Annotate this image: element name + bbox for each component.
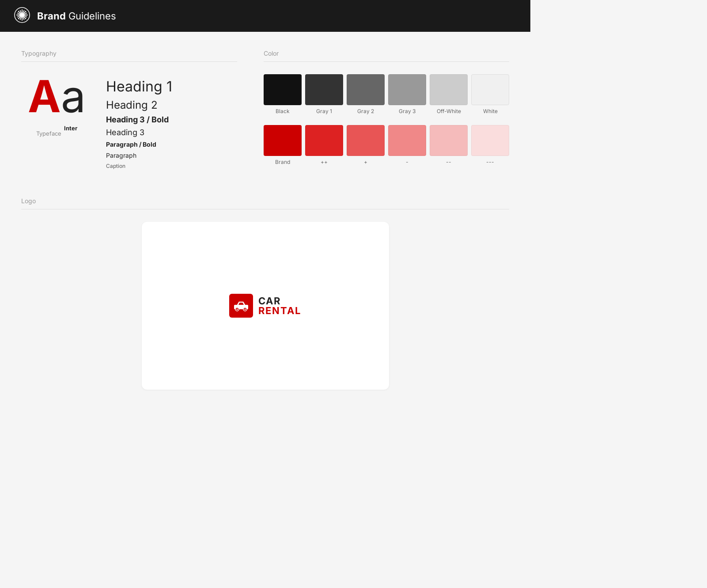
color-swatch (388, 74, 426, 105)
small-a: a (61, 74, 86, 118)
color-swatch (264, 74, 302, 105)
color-swatch (430, 74, 468, 105)
color-item: White (471, 74, 509, 114)
color-swatch-label: Gray 3 (399, 108, 416, 114)
logo-label: Logo (21, 197, 509, 205)
two-col-section: Typography A a Typeface Inter Heading 1 … (21, 49, 509, 176)
color-item: --- (471, 125, 509, 165)
color-swatch (471, 125, 509, 156)
heading3-bold: Heading 3 / Bold (106, 115, 172, 124)
color-swatch-label: -- (446, 159, 451, 165)
color-swatch (305, 74, 343, 105)
neutral-swatches: BlackGray 1Gray 2Gray 3Off-WhiteWhite (264, 74, 509, 114)
car-rental-logo: CAR RENTAL (229, 294, 301, 318)
color-label: Color (264, 49, 509, 57)
color-item: -- (430, 125, 468, 165)
color-swatch-label: - (406, 159, 408, 165)
logo-rental-text: RENTAL (258, 306, 301, 315)
color-swatch-label: Brand (275, 159, 290, 165)
svg-point-12 (237, 309, 238, 310)
color-item: ++ (305, 125, 343, 165)
caption: Caption (106, 163, 172, 169)
color-section: Color BlackGray 1Gray 2Gray 3Off-WhiteWh… (264, 49, 509, 176)
header-title-bold: Brand (37, 10, 66, 22)
color-swatch (430, 125, 468, 156)
car-icon (233, 300, 250, 312)
main-content: Typography A a Typeface Inter Heading 1 … (0, 32, 530, 407)
heading2: Heading 2 (106, 99, 172, 111)
color-item: Off-White (430, 74, 468, 114)
color-swatch-label: Off-White (437, 108, 461, 114)
color-item: - (388, 125, 426, 165)
logo-section: Logo (21, 197, 509, 390)
header: Brand Guidelines (0, 0, 530, 32)
color-item: Gray 1 (305, 74, 343, 114)
color-item: Gray 3 (388, 74, 426, 114)
color-item: + (347, 125, 385, 165)
color-swatch (388, 125, 426, 156)
color-swatch (347, 125, 385, 156)
header-title: Brand Guidelines (37, 10, 116, 22)
paragraph-bold: Paragraph / Bold (106, 140, 172, 148)
typography-content: A a Typeface Inter Heading 1 Heading 2 H… (21, 74, 237, 169)
color-swatch-label: Gray 1 (316, 108, 332, 114)
logo-car-text: CAR (258, 296, 301, 306)
typography-label: Typography (21, 49, 237, 57)
typography-divider (21, 61, 237, 62)
color-item: Black (264, 74, 302, 114)
color-swatch-label: ++ (321, 159, 328, 165)
svg-point-13 (245, 309, 246, 310)
color-item: Gray 2 (347, 74, 385, 114)
color-swatch-label: --- (486, 159, 494, 165)
header-title-light: Guidelines (66, 10, 116, 22)
type-specimen: A a Typeface Inter (21, 74, 92, 137)
color-swatch-label: Gray 2 (357, 108, 374, 114)
typeface-name: Inter (64, 125, 77, 137)
color-item: Brand (264, 125, 302, 165)
logo-divider (21, 209, 509, 209)
color-swatch (305, 125, 343, 156)
type-styles: Heading 1 Heading 2 Heading 3 / Bold Hea… (106, 74, 172, 169)
logo-text-block: CAR RENTAL (258, 296, 301, 315)
color-swatch (471, 74, 509, 105)
color-swatch (264, 125, 302, 156)
heading3: Heading 3 (106, 128, 172, 137)
brand-swatches: Brand+++------ (264, 125, 509, 165)
color-swatch-label: + (364, 159, 367, 165)
color-swatch (347, 74, 385, 105)
paragraph: Paragraph (106, 152, 172, 159)
logo-display: CAR RENTAL (142, 222, 389, 390)
typeface-label: Typeface (36, 130, 61, 137)
color-swatch-label: Black (276, 108, 290, 114)
color-swatch-label: White (483, 108, 498, 114)
header-logo-icon (14, 7, 30, 25)
big-a: A (28, 74, 61, 118)
logo-icon-box (229, 294, 253, 318)
color-divider (264, 61, 509, 62)
typography-section: Typography A a Typeface Inter Heading 1 … (21, 49, 237, 176)
heading1: Heading 1 (106, 78, 172, 95)
